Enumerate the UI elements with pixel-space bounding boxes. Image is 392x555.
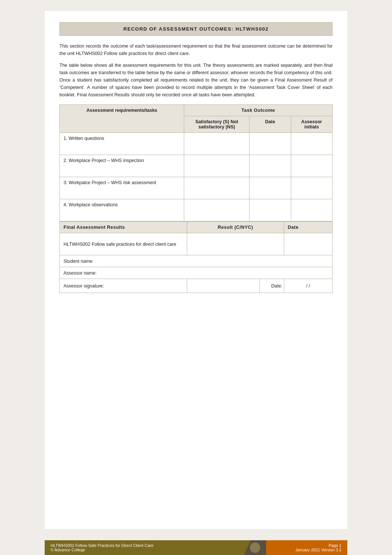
col-satisfactory-header: Satisfactory (S) Not satisfactory (NS) bbox=[184, 116, 250, 133]
footer-left: HLTWHS002 Follow Safe Practices for Dire… bbox=[45, 540, 244, 555]
assessor-signature-row: Assessor signature: Date: / / bbox=[60, 279, 333, 293]
final-assessment-table: Final Assessment Results Result (C/NYC) … bbox=[59, 221, 333, 293]
task-3-satisfactory[interactable] bbox=[184, 177, 250, 199]
student-name-label: Student name: bbox=[60, 255, 333, 267]
header-title: RECORD OF ASSESSMENT OUTCOMES: HLTWHS002 bbox=[67, 26, 325, 32]
intro-paragraph2: The table below shows all the assessment… bbox=[59, 62, 333, 99]
table-row: 3. Workpalce Project – WHS risk assessme… bbox=[60, 177, 333, 199]
assessor-name-row: Assessor name: bbox=[60, 267, 333, 279]
col-assessment-header: Assessment requirements/tasks bbox=[60, 105, 184, 133]
assessor-name-label: Assessor name: bbox=[60, 267, 333, 279]
task-4-label: 4. Workplace observations bbox=[60, 199, 184, 221]
task-4-date[interactable] bbox=[250, 199, 291, 221]
footer-left-line2: © Advance College bbox=[51, 548, 238, 552]
task-2-label: 2. Workplace Project – WHS inspection bbox=[60, 155, 184, 177]
footer-right: Page 1 January 2021 Version 3.2 bbox=[266, 540, 347, 555]
final-results-label: Final Assessment Results bbox=[60, 222, 187, 233]
assessor-signature-label: Assessor signature: bbox=[60, 279, 187, 293]
signature-blank[interactable] bbox=[187, 279, 259, 293]
result-header: Result (C/NYC) bbox=[187, 222, 284, 233]
task-outcome-header: Task Outcome bbox=[184, 105, 333, 116]
record-header: RECORD OF ASSESSMENT OUTCOMES: HLTWHS002 bbox=[59, 22, 333, 36]
task-1-date[interactable] bbox=[250, 133, 291, 155]
hltwhs-label: HLTWHS002 Follow safe practices for dire… bbox=[60, 233, 187, 255]
footer-left-line1: HLTWHS002 Follow Safe Practices for Dire… bbox=[51, 543, 238, 548]
final-header-row: Final Assessment Results Result (C/NYC) … bbox=[60, 222, 333, 233]
hltwhs-row: HLTWHS002 Follow safe practices for dire… bbox=[60, 233, 333, 255]
table-row: 1. Written questions bbox=[60, 133, 333, 155]
task-1-satisfactory[interactable] bbox=[184, 133, 250, 155]
task-3-text: Workpalce Project – WHS risk assessment bbox=[69, 180, 156, 185]
task-4-text: Workplace observations bbox=[69, 202, 118, 207]
table-row: 4. Workplace observations bbox=[60, 199, 333, 221]
hltwhs-result[interactable] bbox=[187, 233, 284, 255]
date-slashes: / / bbox=[284, 279, 332, 293]
task-2-satisfactory[interactable] bbox=[184, 155, 250, 177]
task-2-assessor[interactable] bbox=[291, 155, 332, 177]
task-1-label: 1. Written questions bbox=[60, 133, 184, 155]
footer-right-line2: January 2021 Version 3.2 bbox=[295, 548, 341, 552]
footer-right-line1: Page 1 bbox=[329, 543, 341, 548]
assessment-table: Assessment requirements/tasks Task Outco… bbox=[59, 104, 333, 221]
task-3-date[interactable] bbox=[250, 177, 291, 199]
col-date-header: Date bbox=[250, 116, 291, 133]
task-3-assessor[interactable] bbox=[291, 177, 332, 199]
col-assessor-header: Assessor initials bbox=[291, 116, 332, 133]
final-date-header: Date bbox=[284, 222, 332, 233]
table-row: 2. Workplace Project – WHS inspection bbox=[60, 155, 333, 177]
task-2-date[interactable] bbox=[250, 155, 291, 177]
footer-dot-icon bbox=[250, 542, 260, 553]
task-4-assessor[interactable] bbox=[291, 199, 332, 221]
task-4-satisfactory[interactable] bbox=[184, 199, 250, 221]
intro-paragraph1: This section records the outcome of each… bbox=[59, 42, 333, 57]
hltwhs-date[interactable] bbox=[284, 233, 332, 255]
task-1-text: Written questions bbox=[69, 136, 104, 141]
task-3-label: 3. Workpalce Project – WHS risk assessme… bbox=[60, 177, 184, 199]
page-footer: HLTWHS002 Follow Safe Practices for Dire… bbox=[45, 540, 347, 555]
task-1-assessor[interactable] bbox=[291, 133, 332, 155]
task-2-text: Workplace Project – WHS inspection bbox=[69, 158, 144, 163]
student-name-row: Student name: bbox=[60, 255, 333, 267]
date-label: Date: bbox=[259, 279, 284, 293]
